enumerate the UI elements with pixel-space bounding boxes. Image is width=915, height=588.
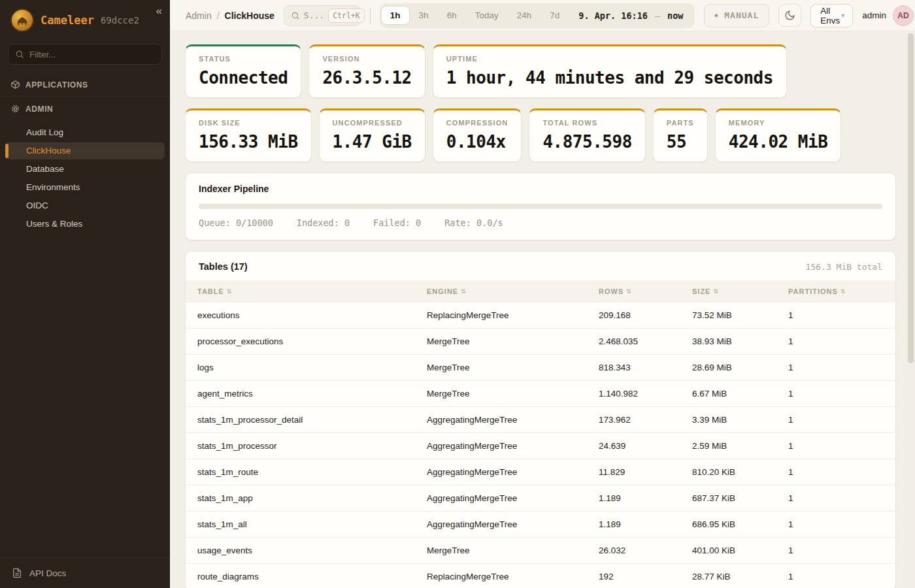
column-header-engine[interactable]: ENGINE⇅ — [427, 287, 599, 295]
date-range-display[interactable]: 9. Apr. 16:16 – now — [568, 10, 693, 21]
sidebar-item-api-docs[interactable]: API Docs — [0, 557, 170, 588]
column-header-rows[interactable]: ROWS⇅ — [599, 287, 692, 295]
user-area: admin AD — [862, 5, 914, 26]
time-range-group: 1h3h6hToday24h7d 9. Apr. 16:16 – now — [380, 3, 695, 28]
tables-panel-header: Tables (17) 156.3 MiB total — [186, 252, 895, 280]
cell-engine: AggregatingMergeTree — [427, 493, 599, 503]
time-range-buttons: 1h3h6hToday24h7d — [382, 7, 568, 24]
sidebar: Cameleer 69dcce2 « APPLICATIONS ADMIN Au… — [0, 0, 170, 588]
cell-partitions: 1 — [788, 336, 884, 346]
cell-partitions: 1 — [788, 493, 884, 503]
stat-card-status: STATUSConnected — [185, 44, 301, 98]
table-row[interactable]: executionsReplacingMergeTree209.16873.52… — [186, 302, 895, 329]
time-range-24h[interactable]: 24h — [508, 7, 541, 24]
stat-card-memory: MEMORY424.02 MiB — [715, 108, 842, 162]
stat-card-uncompressed: UNCOMPRESSED1.47 GiB — [319, 108, 425, 162]
cell-size: 401.00 KiB — [692, 546, 788, 555]
sidebar-header: Cameleer 69dcce2 « — [0, 0, 170, 39]
cell-size: 810.20 KiB — [692, 467, 788, 477]
cell-engine: ReplacingMergeTree — [427, 572, 599, 581]
brand-name: Cameleer — [41, 14, 94, 27]
search-icon — [15, 50, 24, 59]
time-range-3h[interactable]: 3h — [410, 7, 437, 24]
sidebar-collapse-icon[interactable]: « — [156, 5, 162, 16]
sort-icon: ⇅ — [840, 288, 846, 295]
cell-table: stats_1m_processor — [197, 441, 427, 451]
table-row[interactable]: agent_metricsMergeTree1.140.9826.67 MiB1 — [186, 381, 895, 407]
time-range-today[interactable]: Today — [467, 7, 507, 24]
stat-card-label: VERSION — [322, 55, 411, 63]
avatar[interactable]: AD — [893, 5, 914, 26]
tables-panel: Tables (17) 156.3 MiB total TABLE⇅ENGINE… — [185, 251, 896, 588]
sidebar-item-clickhouse[interactable]: ClickHouse — [5, 142, 165, 159]
stat-card-value: 1 hour, 44 minutes and 29 seconds — [446, 68, 773, 88]
sidebar-item-environments[interactable]: Environments — [5, 179, 165, 196]
table-row[interactable]: stats_1m_routeAggregatingMergeTree11.829… — [186, 459, 895, 485]
column-header-table[interactable]: TABLE⇅ — [197, 287, 427, 295]
stat-card-label: DISK SIZE — [199, 119, 298, 127]
time-range-1h[interactable]: 1h — [382, 7, 409, 24]
table-row[interactable]: route_diagramsReplacingMergeTree19228.77… — [186, 564, 895, 588]
sidebar-item-oidc[interactable]: OIDC — [5, 197, 165, 214]
breadcrumb: Admin / ClickHouse — [186, 10, 274, 21]
sort-icon: ⇅ — [713, 288, 719, 295]
cell-rows: 192 — [599, 572, 692, 581]
section-label: ADMIN — [25, 105, 53, 114]
stat-card-label: PARTS — [667, 119, 694, 127]
stat-card-uptime: UPTIME1 hour, 44 minutes and 29 seconds — [433, 44, 787, 98]
refresh-mode-button[interactable]: ● MANUAL — [704, 4, 769, 27]
sort-icon: ⇅ — [461, 288, 467, 295]
table-row[interactable]: usage_eventsMergeTree26.032401.00 KiB1 — [186, 538, 895, 564]
table-row[interactable]: logsMergeTree818.34328.69 MiB1 — [186, 355, 895, 381]
environment-select[interactable]: All Envs ▼ — [810, 4, 853, 27]
time-range-7d[interactable]: 7d — [541, 7, 568, 24]
breadcrumb-admin[interactable]: Admin — [186, 10, 212, 21]
active-indicator — [5, 144, 8, 158]
filter-input[interactable] — [29, 50, 155, 59]
global-search[interactable]: S... Ctrl+K — [284, 5, 361, 26]
sidebar-item-users-roles[interactable]: Users & Roles — [5, 216, 165, 233]
sidebar-item-label: Users & Roles — [26, 219, 82, 229]
main-area: Admin / ClickHouse S... Ctrl+K 1h3h6hTod… — [170, 0, 915, 588]
cell-rows: 173.962 — [599, 415, 692, 425]
stat-card-version: VERSION26.3.5.12 — [308, 44, 425, 98]
cell-partitions: 1 — [788, 519, 884, 529]
document-icon — [12, 568, 22, 578]
stat-card-label: UNCOMPRESSED — [333, 119, 412, 127]
scrollbar-thumb[interactable] — [908, 33, 914, 363]
cell-size: 3.39 MiB — [692, 415, 788, 425]
cell-partitions: 1 — [788, 441, 884, 451]
column-header-partitions[interactable]: PARTITIONS⇅ — [788, 287, 884, 295]
gear-icon — [10, 104, 20, 114]
stat-card-value: 26.3.5.12 — [322, 68, 411, 88]
sort-icon: ⇅ — [626, 288, 632, 295]
sidebar-item-database[interactable]: Database — [5, 161, 165, 178]
chevron-down-icon: ▼ — [840, 12, 846, 19]
cell-table: executions — [197, 310, 427, 320]
sidebar-filter[interactable] — [8, 44, 162, 65]
time-range-6h[interactable]: 6h — [439, 7, 465, 24]
table-row[interactable]: stats_1m_allAggregatingMergeTree1.189686… — [186, 512, 895, 538]
table-row[interactable]: stats_1m_processorAggregatingMergeTree24… — [186, 433, 895, 459]
stat-card-label: TOTAL ROWS — [542, 119, 631, 127]
stat-card-compression: COMPRESSION0.104x — [433, 108, 522, 162]
cell-partitions: 1 — [788, 467, 884, 477]
stat-card-label: COMPRESSION — [446, 119, 508, 127]
stat-card-label: STATUS — [199, 55, 288, 63]
moon-icon — [784, 10, 795, 21]
tables-total-size: 156.3 MiB total — [806, 262, 882, 272]
scrollbar-track[interactable] — [907, 32, 915, 588]
refresh-mode-label: MANUAL — [724, 10, 759, 20]
breadcrumb-separator: / — [217, 10, 220, 21]
cell-partitions: 1 — [788, 415, 884, 425]
table-row[interactable]: stats_1m_appAggregatingMergeTree1.189687… — [186, 485, 895, 512]
stat-card-value: 424.02 MiB — [729, 132, 828, 152]
cell-size: 2.59 MiB — [692, 441, 788, 451]
table-row[interactable]: stats_1m_processor_detailAggregatingMerg… — [186, 407, 895, 433]
range-from: 9. Apr. 16:16 — [578, 10, 648, 21]
column-header-size[interactable]: SIZE⇅ — [692, 287, 788, 295]
table-row[interactable]: processor_executionsMergeTree2.468.03538… — [186, 329, 895, 355]
stat-card-label: MEMORY — [729, 119, 828, 127]
theme-toggle-button[interactable] — [778, 4, 801, 27]
sidebar-item-audit-log[interactable]: Audit Log — [5, 124, 165, 141]
